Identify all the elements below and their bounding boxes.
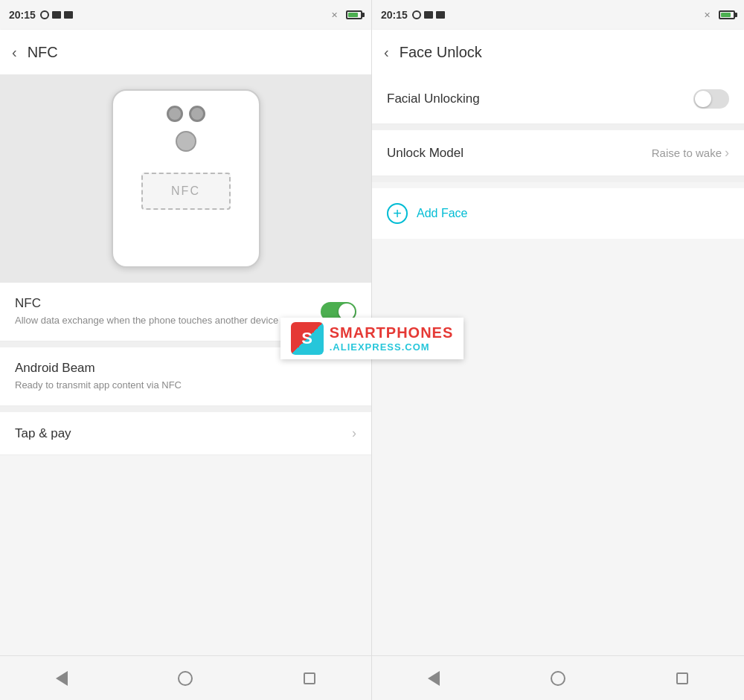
left-recent-icon <box>304 672 315 684</box>
divider-2 <box>0 406 371 412</box>
left-time: 20:15 <box>9 9 36 21</box>
right-home-button[interactable] <box>536 664 580 693</box>
nfc-subtitle: Allow data exchange when the phone touch… <box>15 314 278 327</box>
tap-pay-title: Tap & pay <box>15 426 71 441</box>
right-status-right: ✕ <box>704 10 735 19</box>
right-back-nav-icon <box>428 671 440 686</box>
facial-unlocking-label: Facial Unlocking <box>387 91 480 106</box>
right-battery-fill <box>721 13 731 17</box>
facial-unlocking-toggle-knob <box>695 91 711 107</box>
right-nav-bar <box>372 655 744 700</box>
face-settings-content: Facial Unlocking Unlock Model Raise to w… <box>372 74 744 655</box>
phone-illustration: NFC <box>112 89 260 268</box>
android-beam-subtitle: Ready to transmit app content via NFC <box>15 379 356 392</box>
right-back-button[interactable]: ‹ <box>384 44 389 61</box>
nfc-toggle-knob <box>339 304 355 320</box>
nfc-tag-text: NFC <box>171 184 200 198</box>
left-page-title: NFC <box>28 44 58 61</box>
left-top-bar: ‹ NFC <box>0 30 371 74</box>
left-back-nav-icon <box>56 671 68 686</box>
divider-1 <box>0 341 371 347</box>
right-home-icon <box>551 671 565 686</box>
right-back-nav-button[interactable] <box>411 664 456 693</box>
nfc-image-area: NFC <box>0 74 371 283</box>
left-battery-icon <box>346 10 362 19</box>
no-signal-icon: ✕ <box>331 10 341 19</box>
android-beam-item[interactable]: Android Beam Ready to transmit app conte… <box>0 347 371 406</box>
unlock-model-label: Unlock Model <box>387 146 464 161</box>
right-no-signal-icon: ✕ <box>704 10 714 19</box>
right-status-bar: 20:15 ✕ <box>372 0 744 30</box>
right-sync-icon <box>412 10 421 19</box>
right-panel: 20:15 ✕ ‹ Face Unlock Facial Unlocking <box>372 0 744 700</box>
tap-pay-item[interactable]: Tap & pay › <box>0 412 371 455</box>
right-signal-icon <box>424 11 433 19</box>
left-home-icon <box>178 671 193 686</box>
unlock-model-value: Raise to wake › <box>652 145 729 161</box>
left-nav-bar <box>0 655 371 700</box>
camera-lens-1 <box>167 106 183 122</box>
right-battery-icon <box>719 10 735 19</box>
left-status-bar: 20:15 ✕ <box>0 0 371 30</box>
nfc-settings-list: NFC Allow data exchange when the phone t… <box>0 283 371 655</box>
camera-area <box>167 106 205 122</box>
right-wifi-icon <box>436 11 445 19</box>
right-recent-icon <box>676 672 688 684</box>
right-divider-2 <box>372 176 744 182</box>
add-face-label: Add Face <box>417 207 467 220</box>
add-face-section[interactable]: + Add Face <box>372 188 744 239</box>
right-page-title: Face Unlock <box>400 44 482 61</box>
nfc-toggle[interactable] <box>321 302 356 321</box>
tap-pay-chevron-icon: › <box>352 426 356 441</box>
nfc-setting-item[interactable]: NFC Allow data exchange when the phone t… <box>0 283 371 341</box>
right-status-icons <box>412 10 445 19</box>
wifi-icon <box>64 11 73 19</box>
battery-fill <box>348 13 358 17</box>
camera-lens-2 <box>189 106 205 122</box>
add-face-plus-icon: + <box>387 203 408 224</box>
nfc-title: NFC <box>15 296 278 311</box>
facial-unlocking-item[interactable]: Facial Unlocking <box>372 74 744 124</box>
right-time: 20:15 <box>381 9 408 21</box>
nfc-tag-illustration: NFC <box>141 173 231 210</box>
left-home-button[interactable] <box>163 664 208 693</box>
signal-icon <box>52 11 61 19</box>
right-divider-1 <box>372 124 744 130</box>
fingerprint-sensor <box>176 131 196 152</box>
unlock-model-item[interactable]: Unlock Model Raise to wake › <box>372 130 744 176</box>
left-status-icons <box>40 10 73 19</box>
sync-icon <box>40 10 49 19</box>
android-beam-title: Android Beam <box>15 361 356 376</box>
left-panel: 20:15 ✕ ‹ NFC NFC <box>0 0 372 700</box>
left-status-right: ✕ <box>331 10 362 19</box>
right-top-bar: ‹ Face Unlock <box>372 30 744 74</box>
unlock-model-chevron-icon: › <box>725 145 729 161</box>
right-recent-button[interactable] <box>660 664 705 693</box>
left-recent-button[interactable] <box>287 664 332 693</box>
left-back-nav-button[interactable] <box>39 664 84 693</box>
facial-unlocking-toggle[interactable] <box>693 89 729 109</box>
left-back-button[interactable]: ‹ <box>12 44 17 61</box>
